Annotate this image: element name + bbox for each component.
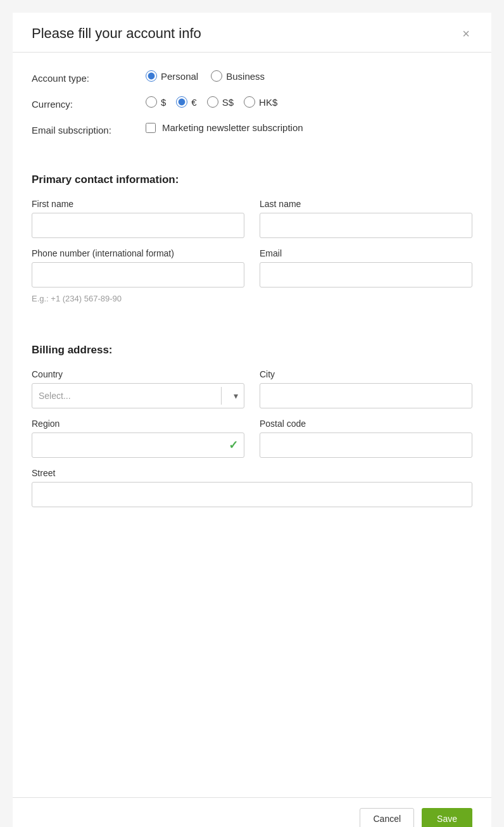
radio-usd-input[interactable]	[146, 96, 157, 108]
first-name-input[interactable]	[32, 213, 244, 238]
city-input[interactable]	[260, 383, 472, 408]
radio-personal[interactable]: Personal	[146, 70, 198, 82]
street-row: Street	[32, 468, 472, 507]
region-label: Region	[32, 419, 244, 429]
radio-eur-input[interactable]	[176, 96, 187, 108]
country-city-row: Country Select... ▾ City	[32, 369, 472, 408]
last-name-input[interactable]	[260, 213, 472, 238]
currency-row: Currency: $ € S$ HK$	[32, 96, 472, 110]
spacer-2	[32, 319, 472, 338]
currency-controls: $ € S$ HK$	[146, 96, 277, 108]
checkmark-icon: ✓	[229, 438, 238, 452]
region-postal-row: Region ✓ Postal code	[32, 419, 472, 458]
phone-label: Phone number (international format)	[32, 248, 244, 258]
currency-hkd[interactable]: HK$	[244, 96, 277, 108]
radio-hkd-label: HK$	[259, 97, 277, 108]
currency-eur[interactable]: €	[176, 96, 196, 108]
postal-code-label: Postal code	[260, 419, 472, 429]
phone-input[interactable]	[32, 262, 244, 287]
first-name-group: First name	[32, 199, 244, 238]
postal-code-input[interactable]	[260, 432, 472, 458]
radio-business-label: Business	[226, 71, 265, 82]
radio-personal-input[interactable]	[146, 70, 157, 82]
city-label: City	[260, 369, 472, 379]
radio-sgd-label: S$	[222, 97, 234, 108]
country-label: Country	[32, 369, 244, 379]
street-group: Street	[32, 468, 472, 507]
country-select[interactable]: Select...	[32, 383, 244, 408]
account-type-label: Account type:	[32, 70, 146, 84]
footer-spacer	[32, 522, 472, 573]
email-subscription-label: Email subscription:	[32, 122, 146, 136]
email-label: Email	[260, 248, 472, 258]
radio-eur-label: €	[191, 97, 196, 108]
spacer-1	[32, 148, 472, 167]
region-input-wrapper: ✓	[32, 432, 244, 458]
first-name-label: First name	[32, 199, 244, 209]
street-input[interactable]	[32, 482, 472, 507]
currency-label: Currency:	[32, 96, 146, 110]
newsletter-checkbox[interactable]	[146, 123, 156, 133]
radio-hkd-input[interactable]	[244, 96, 255, 108]
dialog-title: Please fill your account info	[32, 25, 201, 42]
email-input[interactable]	[260, 262, 472, 287]
cancel-button[interactable]: Cancel	[360, 808, 414, 827]
dialog-body: Account type: Personal Business Currency…	[13, 53, 491, 591]
radio-business[interactable]: Business	[211, 70, 265, 82]
city-group: City	[260, 369, 472, 408]
account-type-row: Account type: Personal Business	[32, 70, 472, 84]
account-info-dialog: Please fill your account info × Account …	[13, 13, 491, 827]
last-name-label: Last name	[260, 199, 472, 209]
close-button[interactable]: ×	[460, 27, 472, 40]
billing-address-title: Billing address:	[32, 344, 472, 357]
radio-business-input[interactable]	[211, 70, 222, 82]
radio-personal-label: Personal	[161, 71, 198, 82]
region-input[interactable]	[32, 432, 244, 458]
billing-address-section: Billing address: Country Select... ▾ Cit…	[32, 344, 472, 507]
region-group: Region ✓	[32, 419, 244, 458]
email-group: Email	[260, 248, 472, 303]
dialog-header: Please fill your account info ×	[13, 13, 491, 53]
primary-contact-section: Primary contact information: First name …	[32, 174, 472, 303]
contact-row: Phone number (international format) E.g.…	[32, 248, 472, 303]
primary-contact-title: Primary contact information:	[32, 174, 472, 186]
dialog-footer: Cancel Save	[13, 797, 491, 827]
phone-hint: E.g.: +1 (234) 567-89-90	[32, 294, 244, 303]
postal-code-group: Postal code	[260, 419, 472, 458]
newsletter-label: Marketing newsletter subscription	[162, 122, 303, 133]
account-type-controls: Personal Business	[146, 70, 265, 82]
save-button[interactable]: Save	[422, 808, 472, 827]
phone-group: Phone number (international format) E.g.…	[32, 248, 244, 303]
last-name-group: Last name	[260, 199, 472, 238]
street-label: Street	[32, 468, 472, 478]
currency-sgd[interactable]: S$	[207, 96, 234, 108]
currency-usd[interactable]: $	[146, 96, 166, 108]
email-subscription-row: Email subscription: Marketing newsletter…	[32, 122, 472, 136]
email-subscription-checkbox-group[interactable]: Marketing newsletter subscription	[146, 122, 303, 133]
name-row: First name Last name	[32, 199, 472, 238]
country-group: Country Select... ▾	[32, 369, 244, 408]
radio-sgd-input[interactable]	[207, 96, 218, 108]
radio-usd-label: $	[161, 97, 166, 108]
country-select-wrapper: Select... ▾	[32, 383, 244, 408]
